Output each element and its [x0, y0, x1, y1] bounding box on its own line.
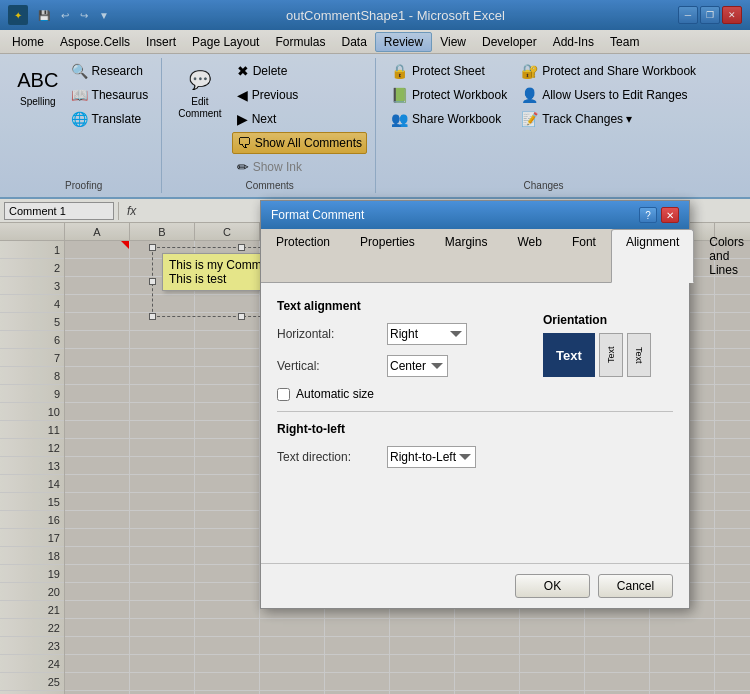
- text-direction-select[interactable]: Context Left-to-Right Right-to-Left: [387, 446, 476, 468]
- dialog-title: Format Comment: [271, 208, 364, 222]
- dialog-overlay: Format Comment ? ✕ Protection Properties…: [0, 0, 750, 694]
- orient-rotated-ccw-button[interactable]: Text: [599, 333, 623, 377]
- tab-protection[interactable]: Protection: [261, 229, 345, 283]
- orientation-options: Text Text Text: [543, 333, 673, 377]
- section-divider: [277, 411, 673, 412]
- tab-font[interactable]: Font: [557, 229, 611, 283]
- auto-size-label: Automatic size: [296, 387, 374, 401]
- tab-web[interactable]: Web: [502, 229, 556, 283]
- tab-margins[interactable]: Margins: [430, 229, 503, 283]
- dialog-footer: OK Cancel: [261, 563, 689, 608]
- dialog-title-controls: ? ✕: [639, 207, 679, 223]
- format-comment-dialog: Format Comment ? ✕ Protection Properties…: [260, 200, 690, 609]
- text-direction-label: Text direction:: [277, 450, 387, 464]
- dialog-titlebar: Format Comment ? ✕: [261, 201, 689, 229]
- vertical-select[interactable]: Top Center Bottom Justify: [387, 355, 448, 377]
- tab-properties[interactable]: Properties: [345, 229, 430, 283]
- orient-horizontal-button[interactable]: Text: [543, 333, 595, 377]
- cancel-button[interactable]: Cancel: [598, 574, 673, 598]
- text-direction-select-wrapper: Context Left-to-Right Right-to-Left: [387, 446, 673, 468]
- orientation-label: Orientation: [543, 313, 673, 327]
- auto-size-checkbox[interactable]: [277, 388, 290, 401]
- tab-colors-lines[interactable]: Colors and Lines: [694, 229, 750, 283]
- horizontal-label: Horizontal:: [277, 327, 387, 341]
- text-direction-row: Text direction: Context Left-to-Right Ri…: [277, 446, 673, 468]
- text-alignment-section: Text alignment: [277, 299, 673, 313]
- dialog-body: Text alignment Horizontal: Left Center R…: [261, 283, 689, 563]
- auto-size-row: Automatic size: [277, 387, 673, 401]
- orientation-section: Orientation Text Text Text: [543, 313, 673, 377]
- orient-rotated-cw-button[interactable]: Text: [627, 333, 651, 377]
- vertical-label: Vertical:: [277, 359, 387, 373]
- dialog-close-button[interactable]: ✕: [661, 207, 679, 223]
- ok-button[interactable]: OK: [515, 574, 590, 598]
- tab-alignment[interactable]: Alignment: [611, 229, 694, 283]
- dialog-help-button[interactable]: ?: [639, 207, 657, 223]
- dialog-tabs: Protection Properties Margins Web Font A…: [261, 229, 689, 283]
- rtl-section: Right-to-left: [277, 422, 673, 436]
- horizontal-select[interactable]: Left Center Right Justify Distributed: [387, 323, 467, 345]
